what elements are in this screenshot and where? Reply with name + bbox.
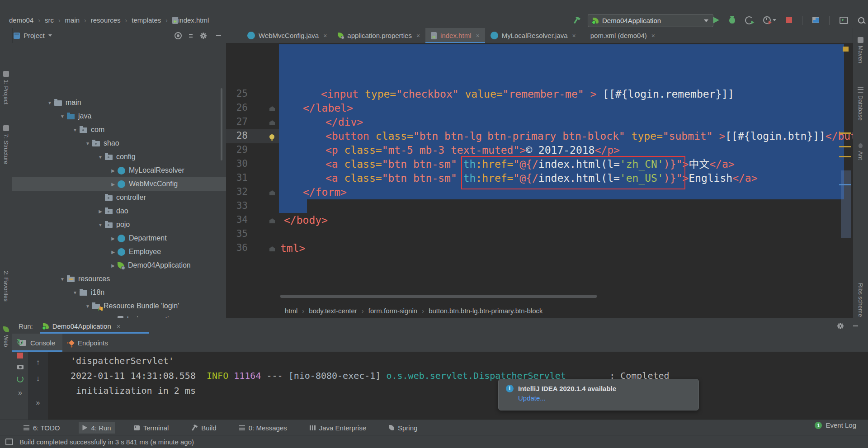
tree-expand-arrow[interactable]: ▶ bbox=[96, 209, 105, 214]
code-line[interactable]: </div> bbox=[326, 115, 363, 129]
code-line[interactable]: <p class="mt-5 mb-3 text-muted">© 2017-2… bbox=[326, 143, 620, 157]
build-hammer-icon[interactable] bbox=[573, 17, 580, 24]
event-log-button[interactable]: 1 Event Log bbox=[815, 421, 856, 429]
toolwindow-button-java-enterprise[interactable]: Java Enterprise bbox=[306, 422, 370, 434]
fold-marker[interactable] bbox=[269, 119, 275, 127]
gutter-row[interactable]: 29 bbox=[226, 143, 279, 157]
toolwindow-button-build[interactable]: Build bbox=[188, 422, 220, 434]
tree-expand-arrow[interactable]: ▼ bbox=[58, 114, 67, 119]
editor-tab-index-html[interactable]: index.html × bbox=[425, 28, 485, 43]
tree-item-i18n[interactable]: ▼ i18n bbox=[12, 286, 226, 299]
console-output[interactable]: 'dispatcherServlet'2022-01-11 14:31:08.5… bbox=[48, 352, 868, 420]
tree-expand-arrow[interactable]: ▶ bbox=[108, 236, 118, 241]
tree-expand-arrow[interactable]: ▶ bbox=[108, 263, 118, 268]
fold-marker-icon[interactable] bbox=[269, 106, 275, 111]
fold-marker-icon[interactable] bbox=[269, 218, 275, 223]
gear-icon[interactable] bbox=[202, 34, 205, 38]
tree-expand-arrow[interactable]: ▼ bbox=[45, 100, 54, 105]
code-line[interactable]: </label> bbox=[303, 101, 353, 115]
fold-marker[interactable] bbox=[269, 217, 275, 225]
fold-marker-icon[interactable] bbox=[269, 246, 275, 251]
gutter-row[interactable]: 27 bbox=[226, 115, 279, 129]
tree-item-login-properties[interactable]: login.properties bbox=[12, 313, 226, 318]
collapse-all-icon[interactable] bbox=[188, 33, 193, 38]
breadcrumb-item-demo04[interactable]: demo04 bbox=[9, 16, 45, 24]
tree-expand-arrow[interactable]: ▶ bbox=[108, 250, 118, 255]
profiler-button[interactable] bbox=[763, 16, 771, 24]
tree-item-config[interactable]: ▼ config bbox=[12, 150, 226, 164]
tree-expand-arrow[interactable]: ▼ bbox=[83, 141, 92, 146]
editor-tab-mylocalresolver-java[interactable]: MyLocalResolver.java × bbox=[485, 28, 581, 43]
status-message[interactable]: Build completed successfully in 3 s 841 … bbox=[19, 438, 194, 446]
breadcrumb-item-body-text-center[interactable]: body.text-center bbox=[309, 307, 368, 315]
code-line[interactable]: </body> bbox=[284, 213, 328, 227]
project-panel-header[interactable]: Project bbox=[14, 28, 52, 43]
tree-item-java[interactable]: ▼ java bbox=[12, 109, 226, 123]
run-config-selector[interactable]: Demo04Application bbox=[588, 14, 713, 27]
gc-icon[interactable] bbox=[17, 376, 24, 382]
code-line[interactable]: </form> bbox=[303, 185, 347, 199]
coverage-button[interactable] bbox=[745, 16, 753, 24]
tree-expand-arrow[interactable]: ▼ bbox=[96, 222, 105, 227]
hide-panel-icon[interactable] bbox=[216, 35, 221, 36]
close-icon[interactable]: × bbox=[323, 32, 327, 39]
fold-marker[interactable] bbox=[269, 245, 275, 253]
tree-item-resources[interactable]: ▼ resources bbox=[12, 272, 226, 286]
tree-expand-arrow[interactable]: ▶ bbox=[108, 182, 118, 187]
gutter-row[interactable]: 26 bbox=[226, 101, 279, 115]
breadcrumb-item-src[interactable]: src bbox=[45, 16, 65, 24]
close-icon[interactable]: × bbox=[651, 32, 655, 39]
breadcrumb-item-templates[interactable]: templates bbox=[132, 16, 172, 24]
toolwindow-button-1-project[interactable]: 1: Project bbox=[0, 71, 12, 104]
editor-tab-application-properties[interactable]: application.properties × bbox=[332, 28, 425, 43]
breadcrumb-item-form-form-signin[interactable]: form.form-signin bbox=[368, 307, 429, 315]
close-icon[interactable]: × bbox=[476, 32, 479, 39]
gutter-row[interactable]: 30 bbox=[226, 157, 279, 171]
toolwindow-button-database[interactable]: Database bbox=[853, 87, 868, 121]
debug-button[interactable] bbox=[729, 17, 735, 24]
stop-icon[interactable] bbox=[17, 353, 23, 358]
vertical-scrollbar[interactable] bbox=[841, 170, 851, 238]
toolwindow-button-0-messages[interactable]: 0: Messages bbox=[236, 422, 291, 434]
fold-marker-icon[interactable] bbox=[269, 120, 275, 125]
tree-expand-arrow[interactable]: ▼ bbox=[96, 155, 105, 160]
tree-item-main[interactable]: ▼ main bbox=[12, 96, 226, 109]
gutter-row[interactable]: 35 bbox=[226, 227, 279, 241]
tree-item-webmvcconfig[interactable]: ▶ WebMvcConfig bbox=[12, 177, 226, 191]
tree-item-shao[interactable]: ▼ shao bbox=[12, 137, 226, 150]
tree-expand-arrow[interactable]: ▶ bbox=[108, 168, 118, 173]
code-line[interactable]: <input type="checkbox" value="remember-m… bbox=[321, 87, 734, 101]
run-tab[interactable]: Demo04Application × bbox=[43, 318, 121, 334]
gutter-row[interactable]: 28 bbox=[226, 129, 279, 143]
fold-marker[interactable] bbox=[269, 105, 275, 113]
fold-marker-icon[interactable] bbox=[269, 190, 275, 195]
run-panel-tab-endpoints[interactable]: Endpoints bbox=[62, 334, 115, 352]
toolwindow-button-6-todo[interactable]: 6: TODO bbox=[20, 422, 63, 434]
breadcrumb-item-button-btn-btn-lg-btn-primary-btn-block[interactable]: button.btn.btn-lg.btn-primary.btn-block bbox=[429, 307, 542, 315]
tree-item-demo04application[interactable]: ▶ Demo04Application bbox=[12, 259, 226, 272]
tree-expand-arrow[interactable]: ▼ bbox=[71, 290, 80, 295]
tree-item-pojo[interactable]: ▼ pojo bbox=[12, 218, 226, 231]
tree-expand-arrow[interactable]: ▼ bbox=[71, 127, 80, 132]
run-button[interactable] bbox=[713, 17, 719, 24]
tree-item-mylocalresolver[interactable]: ▶ MyLocalResolver bbox=[12, 164, 226, 177]
scroll-down-icon[interactable]: ↓ bbox=[36, 374, 40, 383]
toolwindow-button-7-structure[interactable]: 7: Structure bbox=[0, 125, 12, 164]
toolwindow-button-ribs-scheme[interactable]: Ribs scheme bbox=[853, 274, 868, 317]
gutter-row[interactable]: 31 bbox=[226, 171, 279, 185]
breadcrumb-item-resources[interactable]: resources bbox=[91, 16, 132, 24]
toolwindow-button-maven[interactable]: Maven bbox=[853, 37, 868, 63]
tree-item-employee[interactable]: ▶ Employee bbox=[12, 245, 226, 259]
breadcrumb-item-main[interactable]: main bbox=[65, 16, 91, 24]
tree-item-department[interactable]: ▶ Department bbox=[12, 231, 226, 245]
scroll-up-icon[interactable]: ↑ bbox=[36, 358, 40, 367]
toolwindow-button-web[interactable]: Web bbox=[0, 326, 12, 347]
chevron-down-icon[interactable] bbox=[773, 19, 776, 21]
toolwindow-button-ant[interactable]: Ant bbox=[853, 143, 868, 160]
project-structure-icon[interactable] bbox=[812, 17, 819, 23]
toolwindow-button-spring[interactable]: Spring bbox=[385, 422, 421, 434]
gutter-row[interactable]: 34 bbox=[226, 213, 279, 227]
fold-marker[interactable] bbox=[269, 133, 274, 141]
tree-expand-arrow[interactable]: ▼ bbox=[58, 277, 67, 282]
rerun-icon[interactable]: ↻ bbox=[16, 338, 24, 346]
